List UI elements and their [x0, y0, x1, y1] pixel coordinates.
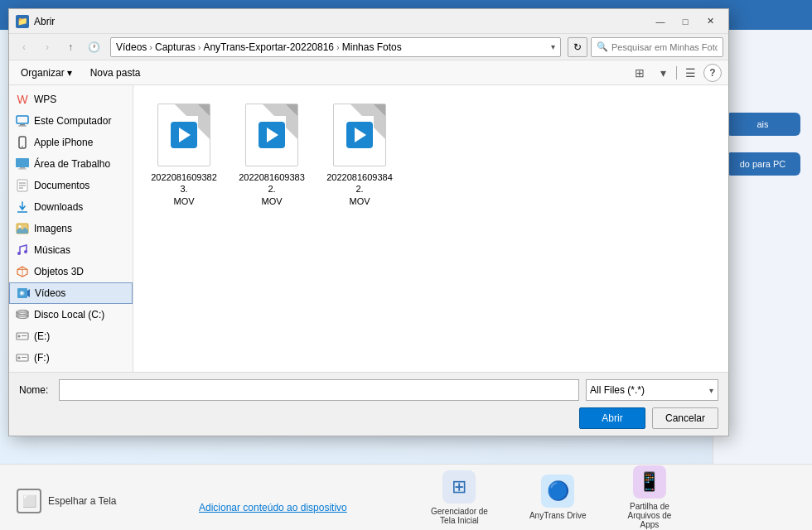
iphone-label: Apple iPhone [34, 137, 93, 148]
sidebar: W WPS Este Computador Apple iPhone [9, 85, 133, 372]
sidebar-item-disco-c[interactable]: Disco Local (C:) [9, 304, 133, 325]
svg-rect-2 [18, 126, 27, 127]
filename-input[interactable] [59, 379, 579, 401]
mov-icon-3 [333, 104, 386, 166]
new-folder-label: Nova pasta [90, 67, 141, 79]
dialog-toolbar: ‹ › ↑ 🕐 Vídeos › Capturas › AnyTrans-Exp… [9, 34, 728, 60]
sidebar-item-drive-f[interactable]: (F:) [9, 347, 133, 369]
desktop-label: Área de Trabalho [34, 158, 110, 170]
filetype-wrapper: All Files (*.*) ▾ [586, 379, 718, 401]
svg-rect-0 [17, 116, 28, 123]
open-button[interactable]: Abrir [579, 407, 645, 429]
objetos3d-icon [16, 265, 29, 278]
organize-button[interactable]: Organizar ▾ [16, 65, 77, 80]
drive-f-icon [16, 351, 29, 364]
sidebar-item-imagens[interactable]: Imagens [9, 218, 133, 239]
sidebar-item-computador[interactable]: Este Computador [9, 110, 133, 132]
recent-button[interactable]: 🕐 [84, 37, 104, 57]
dialog-title-left: 📁 Abrir [16, 15, 55, 28]
sidebar-wps-label: WPS [34, 94, 56, 105]
mov-fold-1 [198, 104, 210, 116]
up-button[interactable]: ↑ [60, 37, 80, 57]
anytrans-icon: 🔵 [541, 475, 574, 508]
sidebar-item-drive-e[interactable]: (E:) [9, 325, 133, 347]
view-pane-button[interactable]: ☰ [680, 63, 700, 83]
desktop-icon [16, 157, 29, 171]
svg-point-4 [22, 146, 23, 147]
file-icon-3 [330, 102, 389, 168]
play-triangle-3 [355, 128, 366, 142]
search-icon: 🔍 [597, 41, 608, 52]
mov-play-2 [259, 122, 285, 148]
taskbar-item-anytrans[interactable]: 🔵 AnyTrans Drive [529, 475, 587, 520]
file-item-3[interactable]: 20220816093842.MOV [322, 99, 397, 210]
drive-e-label: (E:) [34, 330, 50, 342]
cancel-button[interactable]: Cancelar [652, 407, 718, 429]
sidebar-item-downloads[interactable]: Downloads [9, 196, 133, 218]
maximize-button[interactable]: □ [674, 12, 697, 31]
adicionar-link[interactable]: Adicionar conteúdo ao dispositivo [199, 502, 347, 513]
breadcrumb-part-3: AnyTrans-Exportar-20220816 [203, 41, 334, 53]
svg-rect-7 [18, 169, 27, 170]
help-label: ? [709, 67, 715, 79]
toolbar2-right: ⊞ ▾ ☰ ? [630, 63, 722, 83]
sidebar-item-objetos3d[interactable]: Objetos 3D [9, 261, 133, 282]
disco-c-label: Disco Local (C:) [34, 309, 104, 320]
file-item-1[interactable]: 20220816093823.MOV [147, 99, 221, 210]
back-button[interactable]: ‹ [14, 37, 34, 57]
musicas-label: Músicas [34, 244, 70, 256]
search-bar[interactable]: 🔍 [591, 37, 723, 57]
musicas-icon [16, 243, 29, 257]
file-icon-2 [242, 102, 302, 168]
documentos-label: Documentos [34, 180, 89, 191]
help-button[interactable]: ? [703, 64, 722, 82]
address-bar[interactable]: Vídeos › Capturas › AnyTrans-Exportar-20… [110, 37, 561, 57]
taskbar-item-gerenciador[interactable]: ⊞ Gerenciador deTela Inicial [431, 470, 488, 525]
forward-button[interactable]: › [37, 37, 57, 57]
drive-e-icon [16, 330, 29, 343]
dialog-bottom: Nome: All Files (*.*) ▾ Abrir Cancelar [9, 372, 728, 436]
sidebar-item-desktop[interactable]: Área de Trabalho [9, 153, 133, 175]
svg-point-15 [17, 252, 21, 255]
refresh-button[interactable]: ↻ [568, 37, 587, 57]
taskbar-item-partilha[interactable]: 📱 Partilha deArquivos deApps [627, 465, 671, 529]
svg-point-16 [24, 250, 27, 253]
search-input[interactable] [611, 42, 718, 52]
view-chevron-button[interactable]: ▾ [653, 63, 673, 83]
file-name-3: 20220816093842.MOV [326, 171, 394, 207]
espelhar-area: ⬜ Espelhar a Tela [17, 489, 117, 513]
sidebar-item-documentos[interactable]: Documentos [9, 175, 133, 196]
mov-icon-1 [157, 104, 210, 166]
breadcrumb-sep-1: › [149, 42, 152, 52]
breadcrumb-sep-2: › [198, 42, 201, 52]
imagens-label: Imagens [34, 223, 72, 234]
sidebar-item-musicas[interactable]: Músicas [9, 239, 133, 261]
computador-icon [16, 114, 29, 128]
address-chevron-icon[interactable]: ▾ [551, 42, 555, 51]
videos-icon [17, 287, 30, 300]
organize-chevron-icon: ▾ [67, 67, 72, 79]
minimize-button[interactable]: — [649, 12, 672, 31]
right-btn-2[interactable]: do para PC [726, 152, 800, 176]
drive-f-label: (F:) [34, 352, 50, 364]
breadcrumb-current: Minhas Fotos [342, 41, 402, 53]
file-dialog: 📁 Abrir — □ ✕ ‹ › ↑ 🕐 Vídeos › Capturas … [8, 8, 729, 436]
mov-icon-2 [245, 104, 298, 166]
sidebar-item-wps[interactable]: W WPS [9, 89, 133, 110]
taskbar: ⬜ Espelhar a Tela Adicionar conteúdo ao … [0, 464, 812, 530]
mov-play-1 [171, 122, 197, 148]
mov-fold-2 [286, 104, 297, 116]
new-folder-button[interactable]: Nova pasta [84, 65, 147, 80]
dialog-body: W WPS Este Computador Apple iPhone [9, 85, 728, 372]
filetype-select[interactable]: All Files (*.*) [586, 379, 718, 401]
sidebar-item-videos[interactable]: Vídeos [9, 282, 133, 304]
svg-point-14 [19, 225, 22, 228]
close-button[interactable]: ✕ [698, 12, 722, 31]
file-name-2: 20220816093832.MOV [238, 171, 306, 207]
file-item-2[interactable]: 20220816093832.MOV [234, 99, 309, 210]
mov-play-3 [346, 122, 373, 148]
view-grid-button[interactable]: ⊞ [630, 63, 650, 83]
right-btn-1[interactable]: ais [726, 113, 800, 136]
dialog-titlebar[interactable]: 📁 Abrir — □ ✕ [9, 9, 728, 34]
sidebar-item-iphone[interactable]: Apple iPhone [9, 132, 133, 153]
